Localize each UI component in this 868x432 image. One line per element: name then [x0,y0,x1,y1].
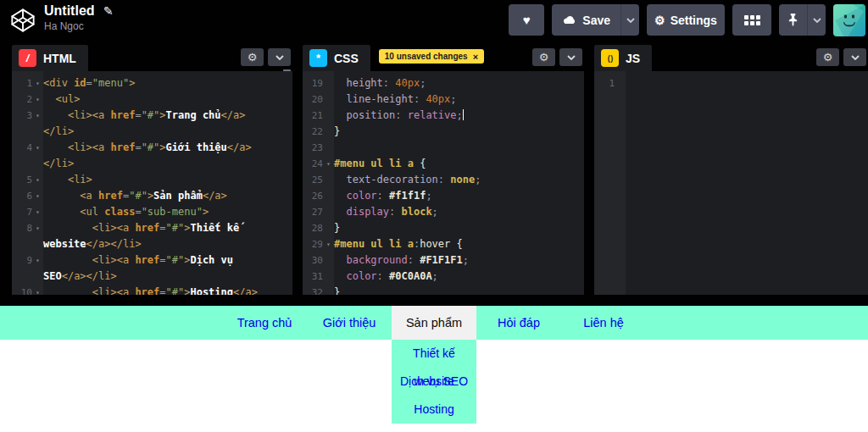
code-line[interactable]: 26 color: #f1f1f; [303,188,584,204]
code-line[interactable]: 2▾ <ul> [12,91,292,108]
tab-label-js: JS [626,52,640,65]
menu-item[interactable]: Sản phẩm [392,306,476,340]
code-line[interactable]: 4▾ <li><a href="#">Giới thiệu</a> [12,140,292,156]
fold-arrow-icon[interactable]: ▾ [32,204,43,220]
code-line[interactable]: 23 [303,140,584,156]
submenu-item[interactable]: Dịch vụ SEO [392,368,476,396]
code-line[interactable]: 29▾#menu ul li a:hover { [303,236,584,252]
js-settings-button[interactable]: ⚙ [816,48,839,66]
preview-pane: Trang chủGiới thiệuSản phẩmHỏi đápLiên h… [0,306,868,432]
layout-view-button[interactable] [732,4,771,36]
js-code-editor[interactable]: 1 [594,71,868,295]
code-line[interactable]: 8▾ <li><a href="#">Thiết kế [12,220,292,236]
code-line[interactable]: </li> [12,124,292,140]
menu-link[interactable]: Trang chủ [237,316,292,330]
code-line[interactable]: 21 position: relative; [303,108,584,124]
code-line[interactable]: 22} [303,124,584,140]
code-line[interactable]: 31 color: #0C0A0A; [303,269,584,285]
code-line[interactable]: 9▾ <li><a href="#">Dịch vụ [12,252,292,269]
close-icon[interactable]: × [473,52,478,62]
code-line[interactable]: 5▾ <li> [12,172,292,188]
code-text: } [334,124,584,140]
line-number: 8 [12,220,32,236]
fold-spacer [32,124,43,140]
pin-dropdown-button[interactable] [807,4,826,36]
js-language-icon: ( ) [601,49,619,67]
codepen-logo[interactable] [10,8,36,33]
code-line[interactable]: </li> [12,156,292,172]
submenu-item[interactable]: Thiết kế website [392,340,476,368]
fold-spacer [323,204,334,220]
like-button[interactable]: ♥ [509,4,544,36]
html-collapse-button[interactable] [268,48,291,66]
line-number [12,269,32,285]
user-avatar[interactable] [833,4,865,36]
code-line[interactable]: website</a></li> [12,236,292,252]
code-line[interactable]: 6▾ <a href="#">Sản phẩm</a> [12,188,292,204]
fold-arrow-icon[interactable]: ▾ [32,220,43,236]
fold-arrow-icon[interactable]: ▾ [32,75,43,91]
line-number: 10 [12,285,32,295]
css-collapse-button[interactable] [559,48,582,66]
fold-arrow-icon[interactable]: ▾ [32,91,43,108]
fold-arrow-icon[interactable]: ▾ [32,252,43,269]
chevron-down-icon [626,18,635,23]
menu-item[interactable]: Hỏi đáp [476,306,561,340]
code-line[interactable]: 30 background: #F1F1F1; [303,252,584,269]
submenu-link[interactable]: Hosting [414,402,453,416]
save-dropdown-button[interactable] [620,4,639,36]
code-line[interactable]: 1▾<div id="menu"> [12,75,292,91]
html-language-icon: / [19,49,36,67]
menu-link[interactable]: Liên hệ [583,316,624,330]
menu-item[interactable]: Giới thiệu [307,306,392,340]
chevron-down-icon [851,55,860,60]
html-settings-button[interactable]: ⚙ [241,48,264,66]
pin-icon [787,13,798,27]
pin-button[interactable] [779,4,807,36]
line-number: 24 [303,156,323,172]
code-line[interactable]: 1 [594,75,868,91]
code-line[interactable]: 7▾ <ul class="sub-menu"> [12,204,292,220]
fold-arrow-icon[interactable]: ▾ [32,172,43,188]
tab-css[interactable]: *CSS [303,45,370,71]
code-text: <li><a href="#">Giới thiệu</a> [43,140,292,156]
code-line[interactable]: 10▾ <li><a href="#">Hosting</a> [12,285,292,295]
fold-spacer [32,236,43,252]
pen-title: Untitled [44,3,95,19]
menu-link[interactable]: Sản phẩm [406,316,462,330]
code-line[interactable]: 25 text-decoration: none; [303,172,584,188]
fold-arrow-icon[interactable]: ▾ [323,156,334,172]
code-line[interactable]: 28} [303,220,584,236]
settings-button[interactable]: ⚙ Settings [647,4,725,36]
code-line[interactable]: SEO</a></li> [12,269,292,285]
menu-link[interactable]: Hỏi đáp [498,316,540,330]
fold-arrow-icon[interactable]: ▾ [323,236,334,252]
fold-arrow-icon[interactable]: ▾ [32,140,43,156]
tab-js[interactable]: ( )JS [594,45,652,71]
css-settings-button[interactable]: ⚙ [532,48,555,66]
menu-item[interactable]: Trang chủ [222,306,307,340]
line-number [12,236,32,252]
code-line[interactable]: 19 height: 40px; [303,75,584,91]
fold-arrow-icon[interactable]: ▾ [32,285,43,295]
code-line[interactable]: 20 line-height: 40px; [303,91,584,108]
pencil-icon[interactable]: ✎ [103,4,114,18]
code-line[interactable]: 24▾#menu ul li a { [303,156,584,172]
submenu-item[interactable]: Hosting [392,396,476,424]
code-line[interactable]: 27 display: block; [303,204,584,220]
fold-arrow-icon[interactable]: ▾ [32,188,43,204]
unsaved-changes-badge[interactable]: 10 unsaved changes× [379,49,484,64]
menu-item[interactable]: Liên hệ [561,306,646,340]
save-button[interactable]: Save [552,4,620,36]
fold-arrow-icon[interactable]: ▾ [32,108,43,124]
js-collapse-button[interactable] [843,48,866,66]
code-line[interactable]: 32} [303,285,584,295]
submenu-link[interactable]: Dịch vụ SEO [400,374,468,388]
html-code-editor[interactable]: 1▾<div id="menu">2▾ <ul>3▾ <li><a href="… [12,71,292,295]
tab-html[interactable]: /HTML [12,45,88,71]
code-line[interactable]: 3▾ <li><a href="#">Trang chủ</a> [12,108,292,124]
menu-link[interactable]: Giới thiệu [323,316,376,330]
css-language-icon: * [309,49,327,67]
css-code-editor[interactable]: 19 height: 40px;20 line-height: 40px;21 … [303,71,584,295]
code-text: #menu ul li a { [334,156,584,172]
